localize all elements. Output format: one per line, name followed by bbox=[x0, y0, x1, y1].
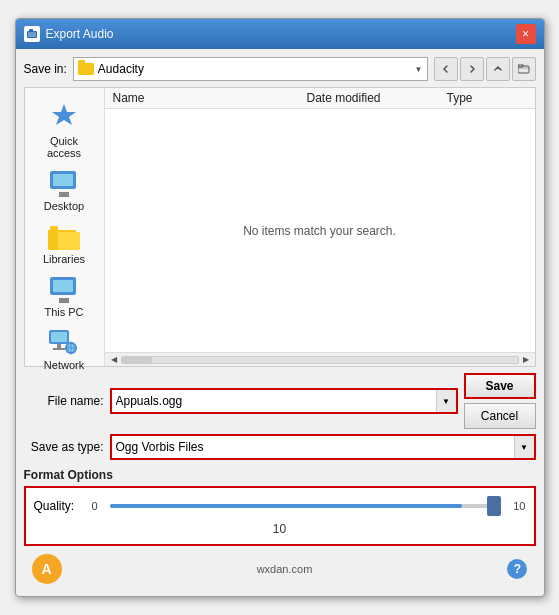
back-button[interactable] bbox=[434, 57, 458, 81]
export-audio-dialog: Export Audio × Save in: Audacity ▼ bbox=[15, 18, 545, 597]
sidebar-item-label: Desktop bbox=[44, 200, 84, 212]
format-options-section: Format Options Quality: 0 10 10 bbox=[24, 468, 536, 546]
save-as-dropdown-button[interactable]: ▼ bbox=[514, 436, 534, 458]
chevron-down-icon: ▼ bbox=[415, 65, 423, 74]
desktop-icon bbox=[48, 171, 80, 197]
libraries-icon bbox=[48, 224, 80, 250]
col-name-header[interactable]: Name bbox=[113, 91, 307, 105]
quick-access-icon bbox=[48, 100, 80, 132]
scrollbar-track[interactable] bbox=[121, 356, 519, 364]
network-icon bbox=[48, 330, 80, 356]
col-date-header[interactable]: Date modified bbox=[307, 91, 447, 105]
slider-value-row: 10 bbox=[34, 522, 526, 536]
sidebar-item-label: This PC bbox=[44, 306, 83, 318]
file-list-body: No items match your search. bbox=[105, 109, 535, 352]
svg-rect-9 bbox=[53, 348, 65, 350]
save-in-value: Audacity bbox=[98, 62, 411, 76]
action-buttons: Save Cancel bbox=[464, 373, 536, 429]
title-bar: Export Audio × bbox=[16, 19, 544, 49]
dialog-body: Save in: Audacity ▼ bbox=[16, 49, 544, 596]
dialog-icon bbox=[24, 26, 40, 42]
cancel-button[interactable]: Cancel bbox=[464, 403, 536, 429]
scroll-right-button[interactable]: ▶ bbox=[519, 353, 533, 367]
toolbar-icons bbox=[434, 57, 536, 81]
filename-input[interactable] bbox=[112, 390, 436, 412]
sidebar-item-network[interactable]: Network bbox=[29, 326, 100, 375]
sidebar-item-libraries[interactable]: Libraries bbox=[29, 220, 100, 269]
forward-button[interactable] bbox=[460, 57, 484, 81]
quality-label: Quality: bbox=[34, 499, 84, 513]
dialog-title: Export Audio bbox=[46, 27, 114, 41]
save-as-type-row: Save as type: ▼ bbox=[24, 434, 536, 460]
save-as-input[interactable] bbox=[112, 436, 514, 458]
save-as-input-wrapper: ▼ bbox=[110, 434, 536, 460]
slider-fill bbox=[110, 504, 462, 508]
svg-marker-5 bbox=[52, 104, 76, 125]
sidebar-item-label: Quick access bbox=[33, 135, 96, 159]
slider-thumb[interactable] bbox=[487, 496, 501, 516]
appuals-logo: A bbox=[32, 554, 62, 584]
save-in-dropdown[interactable]: Audacity ▼ bbox=[73, 57, 428, 81]
save-in-row: Save in: Audacity ▼ bbox=[24, 57, 536, 81]
site-text: wxdan.com bbox=[257, 563, 313, 575]
svg-rect-7 bbox=[51, 332, 67, 342]
quality-max-label: 10 bbox=[513, 500, 525, 512]
sidebar-item-quick-access[interactable]: Quick access bbox=[29, 96, 100, 163]
svg-rect-1 bbox=[29, 29, 33, 32]
help-button[interactable]: ? bbox=[507, 559, 527, 579]
main-content: Quick access Desktop bbox=[24, 87, 536, 367]
appuals-icon: A bbox=[32, 554, 62, 584]
save-in-label: Save in: bbox=[24, 62, 67, 76]
quality-slider[interactable] bbox=[110, 496, 502, 516]
format-options-box: Quality: 0 10 10 bbox=[24, 486, 536, 546]
save-as-label: Save as type: bbox=[24, 440, 104, 454]
close-button[interactable]: × bbox=[516, 24, 536, 44]
new-folder-button[interactable] bbox=[512, 57, 536, 81]
horizontal-scrollbar[interactable]: ◀ ▶ bbox=[105, 352, 535, 366]
scrollbar-thumb[interactable] bbox=[122, 357, 152, 363]
bottom-bar: A wxdan.com ? bbox=[24, 550, 536, 588]
folder-icon bbox=[78, 63, 94, 75]
svg-rect-8 bbox=[57, 344, 61, 348]
filename-input-wrapper: ▼ bbox=[110, 388, 458, 414]
svg-rect-2 bbox=[28, 32, 36, 37]
quality-min-label: 0 bbox=[92, 500, 98, 512]
quality-value-display: 10 bbox=[273, 522, 286, 536]
quality-row: Quality: 0 10 bbox=[34, 496, 526, 516]
filename-dropdown-button[interactable]: ▼ bbox=[436, 390, 456, 412]
sidebar-item-desktop[interactable]: Desktop bbox=[29, 167, 100, 216]
sidebar-item-this-pc[interactable]: This PC bbox=[29, 273, 100, 322]
save-button[interactable]: Save bbox=[464, 373, 536, 399]
scroll-left-button[interactable]: ◀ bbox=[107, 353, 121, 367]
sidebar: Quick access Desktop bbox=[25, 88, 105, 366]
filename-row: File name: ▼ Save Cancel bbox=[24, 373, 536, 429]
empty-message: No items match your search. bbox=[243, 224, 396, 238]
col-type-header[interactable]: Type bbox=[447, 91, 527, 105]
sidebar-item-label: Libraries bbox=[43, 253, 85, 265]
slider-track bbox=[110, 504, 502, 508]
this-pc-icon bbox=[48, 277, 80, 303]
title-bar-left: Export Audio bbox=[24, 26, 114, 42]
file-list: Name Date modified Type No items match y… bbox=[105, 88, 535, 366]
form-section: File name: ▼ Save Cancel Save as type: ▼ bbox=[24, 373, 536, 460]
format-options-label: Format Options bbox=[24, 468, 536, 482]
filename-label: File name: bbox=[24, 394, 104, 408]
file-list-header: Name Date modified Type bbox=[105, 88, 535, 109]
up-button[interactable] bbox=[486, 57, 510, 81]
sidebar-item-label: Network bbox=[44, 359, 84, 371]
